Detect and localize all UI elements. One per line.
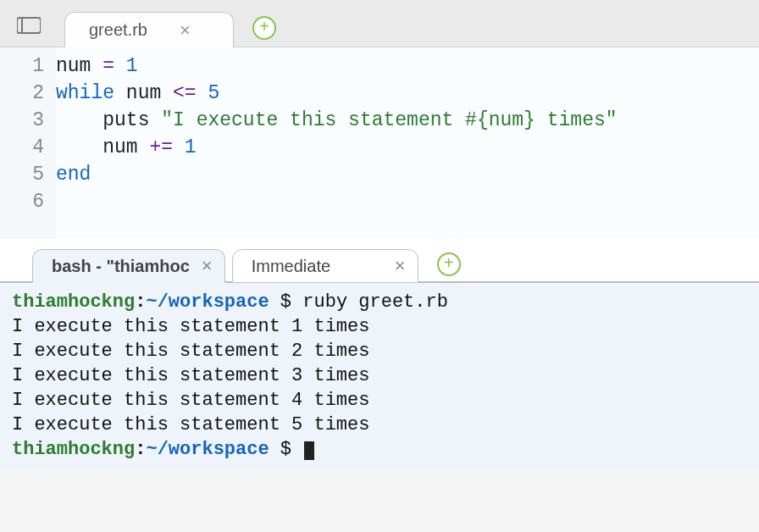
line-number: 1	[0, 53, 44, 80]
line-number: 6	[0, 188, 44, 215]
close-icon[interactable]: ×	[395, 257, 406, 275]
line-number: 4	[0, 134, 44, 161]
close-icon[interactable]: ×	[202, 257, 213, 275]
editor-tab-bar: greet.rb × +	[0, 0, 759, 47]
terminal-tab-immediate[interactable]: Immediate ×	[232, 249, 418, 283]
terminal-line: I execute this statement 3 times	[12, 363, 747, 388]
tab-label: greet.rb	[89, 20, 147, 40]
terminal-tab-bar: bash - "thiamhoc × Immediate × +	[0, 239, 759, 283]
svg-rect-0	[17, 18, 41, 33]
line-number: 2	[0, 80, 44, 107]
terminal-line: I execute this statement 5 times	[12, 413, 747, 437]
new-tab-button[interactable]: +	[252, 16, 276, 40]
terminal-line: I execute this statement 4 times	[12, 388, 747, 413]
code-content[interactable]: num = 1 while num <= 5 puts "I execute t…	[56, 47, 759, 239]
line-number: 5	[0, 161, 44, 188]
terminal-line: thiamhockng:~/workspace $	[12, 437, 747, 462]
code-area[interactable]: 1 2 3 4 5 6 num = 1 while num <= 5 puts …	[0, 47, 759, 239]
line-number: 3	[0, 107, 44, 134]
terminal-tab-label: bash - "thiamhoc	[52, 257, 190, 276]
terminal-tab-label: Immediate	[252, 257, 330, 276]
new-terminal-tab-button[interactable]: +	[437, 252, 461, 276]
close-icon[interactable]: ×	[180, 21, 191, 40]
cursor-icon	[304, 441, 314, 460]
line-number-gutter: 1 2 3 4 5 6	[0, 47, 56, 239]
editor-panel: greet.rb × + 1 2 3 4 5 6 num = 1 while n…	[0, 0, 759, 239]
terminal-panel: bash - "thiamhoc × Immediate × + thiamho…	[0, 239, 759, 468]
editor-tab[interactable]: greet.rb ×	[64, 12, 234, 47]
terminal-command: ruby greet.rb	[302, 291, 448, 313]
terminal-line: I execute this statement 1 times	[12, 314, 747, 339]
terminal-line: I execute this statement 2 times	[12, 339, 747, 363]
terminal-output[interactable]: thiamhockng:~/workspace $ ruby greet.rb …	[0, 283, 759, 468]
terminal-tab-bash[interactable]: bash - "thiamhoc ×	[32, 249, 225, 283]
terminal-line: thiamhockng:~/workspace $ ruby greet.rb	[12, 290, 747, 314]
grip-icon[interactable]	[12, 9, 46, 43]
